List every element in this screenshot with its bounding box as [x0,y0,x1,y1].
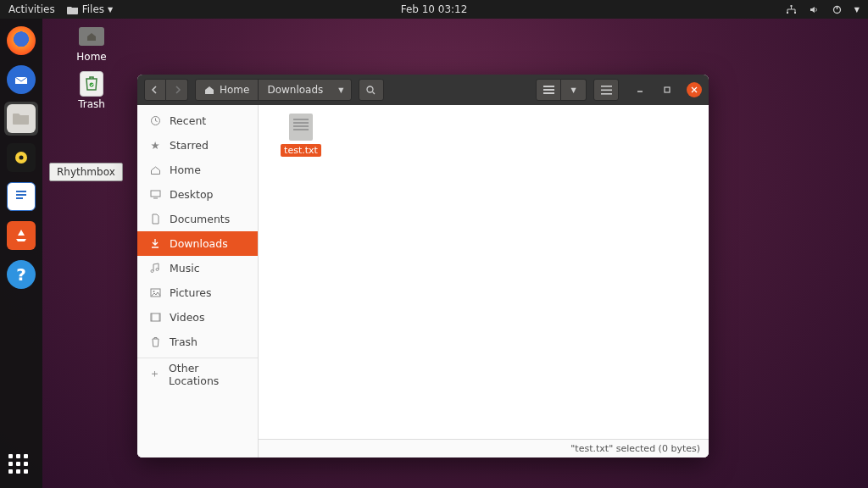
svg-rect-2 [794,12,796,14]
dock-tooltip: Rhythmbox [49,163,123,181]
sidebar-item-label: Videos [170,311,205,324]
home-icon [149,164,161,175]
content-area[interactable]: test.txt "test.txt" selected (0 bytes) [259,105,709,458]
file-item[interactable]: test.txt [267,114,335,157]
dock-firefox[interactable] [4,24,38,58]
files-window: Home Downloads ▼ ▼ Recent ★Starred Home … [137,75,709,458]
trash-icon [80,71,103,97]
close-button[interactable] [687,82,702,97]
sidebar-item-documents[interactable]: Documents [137,207,258,231]
dock-files[interactable] [4,102,38,136]
videos-icon [149,313,161,322]
sidebar-item-trash[interactable]: Trash [137,330,258,354]
svg-point-7 [19,156,24,160]
svg-rect-10 [16,197,23,199]
volume-icon[interactable] [805,4,823,15]
desktop-icons: Home Trash [66,24,117,110]
documents-icon [149,214,161,225]
status-text: "test.txt" selected (0 bytes) [570,443,700,454]
dock-rhythmbox[interactable] [4,141,38,175]
svg-rect-22 [151,191,160,197]
sidebar-separator [137,358,258,358]
dock: ? [0,19,42,488]
sidebar-item-other-locations[interactable]: ＋Other Locations [137,362,258,386]
path-menu-button[interactable]: ▼ [331,80,350,100]
hamburger-menu[interactable] [593,79,619,101]
sidebar-item-label: Music [170,262,200,274]
dock-help[interactable]: ? [4,258,38,291]
forward-button[interactable] [166,79,188,101]
svg-point-11 [367,86,373,92]
sidebar-item-label: Documents [170,213,230,225]
minimize-button[interactable] [632,82,648,97]
sidebar-item-pictures[interactable]: Pictures [137,280,258,305]
power-icon[interactable] [828,4,846,15]
desktop-home[interactable]: Home [66,24,117,63]
clock[interactable]: Feb 10 03:12 [401,3,468,15]
sidebar-item-desktop[interactable]: Desktop [137,182,258,207]
sidebar-item-starred[interactable]: ★Starred [137,133,258,158]
status-bar: "test.txt" selected (0 bytes) [259,439,709,458]
svg-point-25 [153,291,154,292]
sidebar-item-home[interactable]: Home [137,158,258,182]
chevron-down-icon: ▼ [570,86,576,94]
pictures-icon [149,288,161,297]
sidebar-item-recent[interactable]: Recent [137,108,258,133]
desktop-home-label: Home [76,51,106,63]
path-downloads-label: Downloads [267,84,323,96]
sidebar-item-videos[interactable]: Videos [137,305,258,330]
clock-icon [149,115,161,126]
top-bar: Activities Files ▼ Feb 10 03:12 ▼ [0,0,868,19]
svg-rect-15 [543,92,554,94]
path-home[interactable]: Home [196,80,259,100]
app-menu[interactable]: Files ▼ [64,3,117,15]
sidebar-item-label: Home [170,164,201,176]
svg-rect-1 [787,12,788,14]
dock-libreoffice[interactable] [4,180,38,214]
svg-rect-8 [16,191,26,192]
trash-icon [149,336,161,347]
activities-button[interactable]: Activities [5,3,58,15]
svg-rect-9 [16,194,26,196]
path-home-label: Home [220,84,249,96]
svg-point-5 [90,83,94,87]
svg-rect-0 [790,5,792,7]
svg-rect-13 [543,86,554,87]
plus-icon: ＋ [149,367,160,381]
network-icon[interactable] [782,4,800,15]
folder-icon [67,5,79,14]
chevron-down-icon: ▼ [338,86,343,94]
svg-rect-20 [665,87,670,92]
view-list-button[interactable] [536,79,561,101]
sidebar-item-label: Downloads [170,237,228,250]
maximize-button[interactable] [659,82,675,97]
star-icon: ★ [149,139,161,152]
home-folder-icon [79,27,104,46]
svg-rect-17 [601,89,612,91]
download-icon [149,238,161,249]
sidebar-item-label: Other Locations [169,362,246,387]
desktop-icon [149,190,161,199]
desktop-trash[interactable]: Trash [66,71,117,110]
view-options-button[interactable]: ▼ [561,79,587,101]
pathbar[interactable]: Home Downloads ▼ [195,79,352,101]
dock-software[interactable] [4,219,38,252]
svg-rect-28 [159,313,160,321]
svg-line-12 [373,92,376,94]
path-downloads[interactable]: Downloads [259,80,331,100]
back-button[interactable] [144,79,166,101]
app-grid-button[interactable] [8,454,34,480]
sidebar: Recent ★Starred Home Desktop Documents D… [137,105,259,458]
home-icon [204,85,214,95]
search-button[interactable] [359,79,384,101]
sidebar-item-label: Recent [170,114,206,127]
music-icon [149,263,161,274]
svg-rect-14 [543,89,554,91]
sidebar-item-music[interactable]: Music [137,256,258,280]
desktop-trash-label: Trash [78,98,105,110]
sidebar-item-label: Starred [170,139,209,152]
titlebar[interactable]: Home Downloads ▼ ▼ [137,75,709,105]
dock-thunderbird[interactable] [4,63,38,97]
chevron-down-icon[interactable]: ▼ [851,6,863,14]
sidebar-item-downloads[interactable]: Downloads [137,231,258,256]
